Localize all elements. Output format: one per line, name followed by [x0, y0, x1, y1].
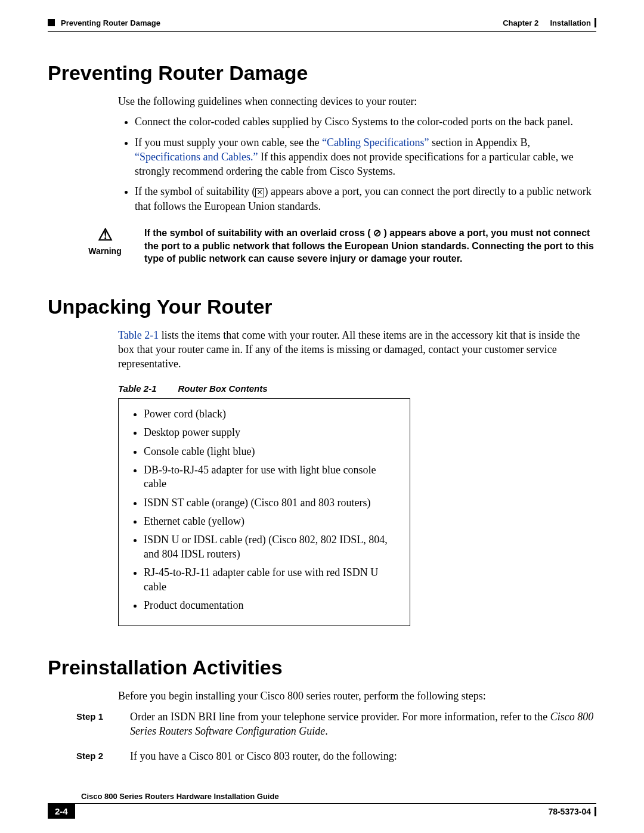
page-footer: Cisco 800 Series Routers Hardware Instal… [48, 792, 596, 819]
link-specifications-and-cables[interactable]: Specifications and Cables. [135, 151, 258, 163]
page-number-badge: 2-4 [48, 804, 75, 819]
footer-guide-title: Cisco 800 Series Routers Hardware Instal… [48, 792, 596, 804]
link-table-2-1[interactable]: Table 2-1 [118, 329, 159, 341]
header-marker-icon [48, 19, 55, 26]
heading-unpacking-your-router: Unpacking Your Router [48, 295, 596, 318]
step-1-label: Step 1 [76, 710, 130, 723]
box-item: ISDN ST cable (orange) (Cisco 801 and 80… [144, 496, 398, 510]
suitability-symbol-icon: ✕ [255, 188, 264, 197]
step-1-body: Order an ISDN BRI line from your telepho… [130, 710, 596, 739]
table-title: Router Box Contents [178, 383, 267, 394]
table-caption: Table 2-1Router Box Contents [118, 383, 596, 394]
step-2-body: If you have a Cisco 801 or Cisco 803 rou… [130, 749, 596, 763]
box-item: Desktop power supply [144, 426, 398, 439]
step-2-row: Step 2 If you have a Cisco 801 or Cisco … [76, 749, 596, 763]
s1-bullet-3: If the symbol of suitability (✕) appears… [135, 184, 596, 213]
running-header: Preventing Router Damage Chapter 2 Insta… [48, 18, 596, 30]
warning-label: Warning [88, 246, 121, 257]
s1-bullet-list: Connect the color-coded cables supplied … [118, 114, 596, 213]
s3-intro: Before you begin installing your Cisco 8… [118, 689, 596, 703]
step-1-row: Step 1 Order an ISDN BRI line from your … [76, 710, 596, 739]
doc-number: 78-5373-04 [548, 807, 591, 816]
box-item: Power cord (black) [144, 407, 398, 421]
header-section-title: Preventing Router Damage [61, 18, 160, 27]
box-item: Product documentation [144, 599, 398, 612]
box-item: ISDN U or IDSL cable (red) (Cisco 802, 8… [144, 533, 398, 561]
header-chapter-name: Installation [550, 18, 591, 27]
warning-triangle-icon: ⚠ [98, 227, 113, 243]
step-2-label: Step 2 [76, 749, 130, 762]
box-item: Console cable (light blue) [144, 445, 398, 459]
s2-para: Table 2-1 lists the items that come with… [118, 328, 596, 371]
suitability-cross-symbol-icon: ⊘ [373, 228, 381, 238]
heading-preventing-router-damage: Preventing Router Damage [48, 61, 596, 85]
warning-block: ⚠ Warning If the symbol of suitability w… [76, 227, 596, 265]
table-number: Table 2-1 [118, 383, 156, 394]
header-rule [48, 31, 596, 32]
heading-preinstallation-activities: Preinstallation Activities [48, 656, 596, 679]
s1-intro: Use the following guidelines when connec… [118, 94, 596, 109]
footer-end-marker-icon [595, 807, 596, 816]
header-end-marker-icon [595, 18, 596, 27]
s1-bullet-1: Connect the color-coded cables supplied … [135, 114, 596, 129]
box-item: Ethernet cable (yellow) [144, 515, 398, 528]
header-chapter-label: Chapter 2 [503, 18, 538, 27]
link-cabling-specifications[interactable]: Cabling Specifications [322, 137, 429, 148]
router-box-contents-table: Power cord (black) Desktop power supply … [118, 398, 410, 627]
box-item: DB-9-to-RJ-45 adapter for use with light… [144, 463, 398, 491]
s1-bullet-2: If you must supply your own cable, see t… [135, 135, 596, 179]
box-item: RJ-45-to-RJ-11 adapter cable for use wit… [144, 566, 398, 594]
warning-text: If the symbol of suitability with an ove… [144, 227, 596, 265]
